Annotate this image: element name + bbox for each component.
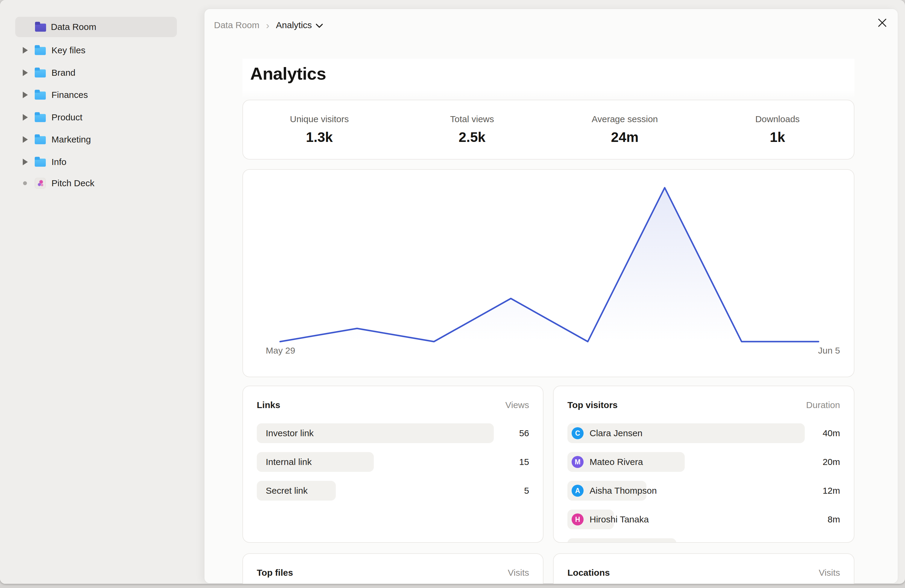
card-title: Locations: [567, 567, 610, 578]
sidebar-item-pitch-deck[interactable]: Pitch Deck: [0, 173, 205, 194]
stat-label: Downloads: [755, 114, 800, 124]
breadcrumb-current-label: Analytics: [276, 20, 312, 30]
sidebar-item-label: Pitch Deck: [51, 178, 94, 188]
visitor-row-clara-jensen[interactable]: C Clara Jensen 40m: [567, 423, 840, 443]
sidebar-item-product[interactable]: Product: [0, 107, 205, 127]
x-axis-label-end: Jun 5: [818, 345, 840, 356]
link-views-value: 5: [524, 486, 529, 496]
link-bar: Secret link: [257, 481, 336, 501]
folder-icon: [35, 136, 46, 144]
visitor-name: Aisha Thompson: [589, 486, 657, 496]
visitor-duration-value: 12m: [823, 486, 840, 496]
chevron-right-icon[interactable]: [23, 159, 28, 165]
stat-value: 1k: [770, 129, 785, 145]
sidebar-item-marketing[interactable]: Marketing: [0, 129, 205, 150]
folder-icon: [35, 92, 46, 100]
chevron-right-icon[interactable]: [23, 114, 28, 121]
link-bar: Investor link: [257, 423, 494, 443]
sidebar-item-label: Marketing: [51, 134, 91, 145]
stat-downloads: Downloads 1k: [701, 114, 854, 145]
card-title: Top files: [257, 567, 293, 578]
link-label: Secret link: [266, 486, 308, 496]
sidebar-item-finances[interactable]: Finances: [0, 85, 205, 105]
views-column-header: Views: [505, 400, 529, 410]
visitor-name: Clara Jensen: [589, 428, 643, 438]
locations-card: Locations Visits: [553, 553, 854, 584]
visitor-name: Hiroshi Tanaka: [589, 514, 649, 524]
sidebar-item-label: Finances: [51, 90, 88, 100]
chevron-right-icon[interactable]: [23, 136, 28, 143]
sidebar: Data Room Key files Brand Finances Produ…: [0, 0, 205, 584]
sidebar-item-key-files[interactable]: Key files: [0, 40, 205, 60]
stat-label: Unique visitors: [290, 114, 349, 124]
visitor-row-aisha-thompson[interactable]: A Aisha Thompson 12m: [567, 481, 840, 501]
visitor-duration-value: 8m: [827, 514, 840, 524]
breadcrumb-separator-icon: ›: [266, 21, 269, 30]
link-row-internal[interactable]: Internal link 15: [257, 452, 529, 472]
visitors-card-header: Top visitors Duration: [567, 400, 840, 410]
page-title: Analytics: [250, 64, 326, 84]
folder-icon: [35, 47, 46, 55]
breadcrumb-root[interactable]: Data Room: [214, 20, 259, 30]
visits-chart-card: May 29 Jun 5: [243, 169, 854, 377]
page-header: Analytics: [243, 59, 854, 99]
chevron-right-icon[interactable]: [23, 70, 28, 76]
close-button[interactable]: [873, 14, 891, 32]
links-card-header: Links Views: [257, 400, 529, 410]
avatar: C: [572, 427, 584, 439]
card-title: Top visitors: [567, 400, 618, 410]
link-row-investor[interactable]: Investor link 56: [257, 423, 529, 443]
visits-column-header: Visits: [819, 567, 840, 578]
top-files-card-header: Top files Visits: [257, 567, 529, 578]
card-title: Links: [257, 400, 280, 410]
stat-value: 24m: [611, 129, 639, 145]
visitor-row-mateo-rivera[interactable]: M Mateo Rivera 20m: [567, 452, 840, 472]
folder-icon: [35, 114, 46, 122]
bullet-dot-icon: [23, 181, 27, 185]
visits-column-header: Visits: [508, 567, 529, 578]
breadcrumb: Data Room › Analytics: [214, 19, 323, 31]
locations-card-header: Locations Visits: [567, 567, 840, 578]
chevron-right-icon[interactable]: [23, 47, 28, 54]
visitor-duration-value: 40m: [823, 428, 840, 438]
sidebar-item-label: Product: [51, 112, 82, 122]
data-room-window: Data Room Key files Brand Finances Produ…: [0, 0, 905, 584]
duration-column-header: Duration: [806, 400, 840, 410]
visitor-bar: A Aisha Thompson: [567, 481, 646, 501]
sidebar-item-brand[interactable]: Brand: [0, 63, 205, 83]
stat-total-views: Total views 2.5k: [395, 114, 548, 145]
stat-label: Total views: [450, 114, 494, 124]
main-panel: Data Room › Analytics Analytics Unique v…: [205, 9, 898, 583]
chevron-right-icon[interactable]: [23, 92, 28, 98]
sidebar-item-label: Info: [51, 157, 67, 167]
visitor-bar: C Clara Jensen: [567, 423, 805, 443]
visitor-bar: M Mateo Rivera: [567, 452, 685, 472]
visitor-duration-value: 20m: [823, 457, 840, 467]
folder-icon: [35, 159, 46, 167]
avatar: H: [572, 513, 584, 525]
visitor-row-clipped: [567, 538, 840, 543]
links-card: Links Views Investor link 56 Internal li…: [243, 386, 543, 543]
sidebar-item-data-room[interactable]: Data Room: [15, 17, 177, 37]
visitor-bar: H Hiroshi Tanaka: [567, 510, 614, 529]
visitor-bar: [567, 538, 676, 543]
breadcrumb-current[interactable]: Analytics: [276, 20, 323, 30]
sidebar-item-label: Data Room: [51, 22, 96, 32]
link-views-value: 56: [519, 428, 529, 438]
visitors-list: C Clara Jensen 40m M Mateo Rivera 20m A: [567, 423, 840, 543]
stat-value: 1.3k: [306, 129, 333, 145]
sidebar-item-info[interactable]: Info: [0, 152, 205, 172]
avatar: M: [572, 456, 584, 468]
top-files-card: Top files Visits: [243, 553, 543, 584]
top-visitors-card: Top visitors Duration C Clara Jensen 40m…: [553, 386, 854, 543]
link-bar: Internal link: [257, 452, 374, 472]
sidebar-item-label: Brand: [51, 68, 75, 78]
sidebar-item-label: Key files: [51, 45, 85, 56]
link-views-value: 15: [519, 457, 529, 467]
visitor-row-hiroshi-tanaka[interactable]: H Hiroshi Tanaka 8m: [567, 510, 840, 529]
stats-card: Unique visitors 1.3k Total views 2.5k Av…: [243, 100, 854, 160]
folder-icon: [35, 70, 46, 78]
link-row-secret[interactable]: Secret link 5: [257, 481, 529, 501]
link-label: Investor link: [266, 428, 314, 438]
avatar: A: [572, 485, 584, 497]
